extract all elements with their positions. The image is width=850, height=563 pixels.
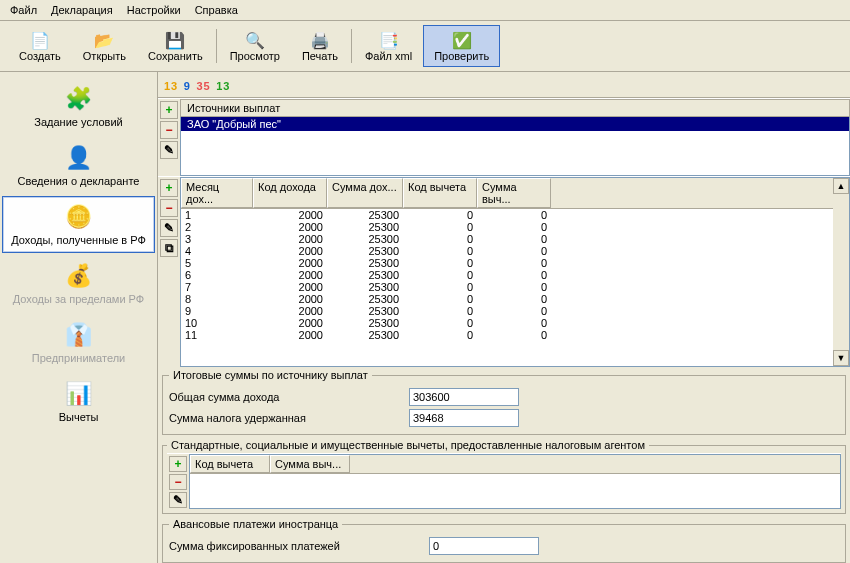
- total-tax-label: Сумма налога удержанная: [169, 412, 409, 424]
- save-button[interactable]: 💾Сохранить: [137, 25, 214, 67]
- table-cell: 2000: [253, 269, 327, 281]
- table-cell: 7: [181, 281, 253, 293]
- sources-buttons: + − ✎: [158, 99, 180, 176]
- table-cell: 25300: [327, 317, 403, 329]
- total-income-label: Общая сумма дохода: [169, 391, 409, 403]
- table-cell: 0: [477, 281, 551, 293]
- add-income-button[interactable]: +: [160, 179, 178, 197]
- sidebar-income-rf[interactable]: 🪙Доходы, полученные в РФ: [2, 196, 155, 253]
- table-row[interactable]: 1120002530000: [181, 329, 849, 341]
- print-button[interactable]: 🖨️Печать: [291, 25, 349, 67]
- table-cell: 0: [477, 209, 551, 221]
- table-cell: 0: [403, 233, 477, 245]
- agent-deductions-legend: Стандартные, социальные и имущественные …: [167, 439, 649, 451]
- add-source-button[interactable]: +: [160, 101, 178, 119]
- edit-deduction-button[interactable]: ✎: [169, 492, 187, 508]
- table-cell: 0: [403, 269, 477, 281]
- scrollbar[interactable]: ▲ ▼: [833, 178, 849, 366]
- edit-source-button[interactable]: ✎: [160, 141, 178, 159]
- person-icon: 👤: [65, 144, 93, 172]
- advance-fieldset: Авансовые платежи иностранца Сумма фикси…: [162, 518, 846, 563]
- table-cell: 2000: [253, 209, 327, 221]
- table-cell: 11: [181, 329, 253, 341]
- advance-input[interactable]: [429, 537, 539, 555]
- remove-deduction-button[interactable]: −: [169, 474, 187, 490]
- folder-open-icon: 📂: [94, 30, 114, 50]
- menu-file[interactable]: Файл: [4, 2, 43, 18]
- create-button[interactable]: 📄Создать: [8, 25, 72, 67]
- sidebar-deductions[interactable]: 📊Вычеты: [2, 373, 155, 430]
- check-icon: ✅: [452, 30, 472, 50]
- income-table[interactable]: Месяц дох... Код дохода Сумма дох... Код…: [180, 177, 850, 367]
- deductions-table[interactable]: Код вычета Сумма выч...: [189, 454, 841, 509]
- toolbar-separator: [351, 29, 352, 63]
- deduction-row-buttons: + − ✎: [167, 454, 189, 509]
- table-cell: 0: [403, 305, 477, 317]
- table-cell: 25300: [327, 221, 403, 233]
- table-cell: 2000: [253, 293, 327, 305]
- remove-income-button[interactable]: −: [160, 199, 178, 217]
- table-cell: 25300: [327, 305, 403, 317]
- open-button[interactable]: 📂Открыть: [72, 25, 137, 67]
- table-cell: 25300: [327, 257, 403, 269]
- remove-source-button[interactable]: −: [160, 121, 178, 139]
- total-tax-input[interactable]: [409, 409, 519, 427]
- table-cell: 2000: [253, 329, 327, 341]
- check-button[interactable]: ✅Проверить: [423, 25, 500, 67]
- table-cell: 2000: [253, 281, 327, 293]
- sources-list[interactable]: ЗАО "Добрый пес": [180, 117, 850, 176]
- table-cell: 1: [181, 209, 253, 221]
- scroll-down-icon[interactable]: ▼: [833, 350, 849, 366]
- edit-income-button[interactable]: ✎: [160, 219, 178, 237]
- table-cell: 2000: [253, 221, 327, 233]
- table-row[interactable]: 520002530000: [181, 257, 849, 269]
- table-cell: 25300: [327, 209, 403, 221]
- menu-declaration[interactable]: Декларация: [45, 2, 119, 18]
- table-cell: 0: [403, 329, 477, 341]
- sidebar-declarant[interactable]: 👤Сведения о декларанте: [2, 137, 155, 194]
- table-cell: 0: [477, 305, 551, 317]
- sidebar-income-abroad[interactable]: 💰Доходы за пределами РФ: [2, 255, 155, 312]
- table-row[interactable]: 320002530000: [181, 233, 849, 245]
- copy-income-button[interactable]: ⧉: [160, 239, 178, 257]
- table-cell: 9: [181, 305, 253, 317]
- table-row[interactable]: 920002530000: [181, 305, 849, 317]
- table-cell: 4: [181, 245, 253, 257]
- table-cell: 6: [181, 269, 253, 281]
- sidebar-entrepreneur[interactable]: 👔Предприниматели: [2, 314, 155, 371]
- table-cell: 5: [181, 257, 253, 269]
- table-cell: 0: [403, 221, 477, 233]
- table-row[interactable]: 220002530000: [181, 221, 849, 233]
- year-code-bar: 13 9 35 13: [158, 72, 850, 98]
- table-cell: 0: [403, 317, 477, 329]
- tree-icon: 🧩: [65, 85, 93, 113]
- totals-fieldset: Итоговые суммы по источнику выплат Общая…: [162, 369, 846, 435]
- menu-settings[interactable]: Настройки: [121, 2, 187, 18]
- preview-button[interactable]: 🔍Просмотр: [219, 25, 291, 67]
- table-cell: 25300: [327, 293, 403, 305]
- xml-button[interactable]: 📑Файл xml: [354, 25, 423, 67]
- table-row[interactable]: 820002530000: [181, 293, 849, 305]
- toolbar-separator: [216, 29, 217, 63]
- table-row[interactable]: 720002530000: [181, 281, 849, 293]
- table-cell: 0: [477, 233, 551, 245]
- source-row[interactable]: ЗАО "Добрый пес": [181, 117, 849, 131]
- table-cell: 2000: [253, 233, 327, 245]
- advance-label: Сумма фиксированных платежей: [169, 540, 429, 552]
- add-deduction-button[interactable]: +: [169, 456, 187, 472]
- table-cell: 0: [477, 245, 551, 257]
- table-row[interactable]: 120002530000: [181, 209, 849, 221]
- table-row[interactable]: 1020002530000: [181, 317, 849, 329]
- total-income-input[interactable]: [409, 388, 519, 406]
- menu-help[interactable]: Справка: [189, 2, 244, 18]
- table-row[interactable]: 420002530000: [181, 245, 849, 257]
- table-cell: 3: [181, 233, 253, 245]
- table-row[interactable]: 620002530000: [181, 269, 849, 281]
- income-table-body[interactable]: 1200025300002200025300003200025300004200…: [181, 209, 849, 366]
- sidebar: 🧩Задание условий 👤Сведения о декларанте …: [0, 72, 158, 563]
- sidebar-conditions[interactable]: 🧩Задание условий: [2, 78, 155, 135]
- table-cell: 0: [403, 281, 477, 293]
- toolbar: 📄Создать 📂Открыть 💾Сохранить 🔍Просмотр 🖨…: [0, 21, 850, 72]
- table-cell: 25300: [327, 269, 403, 281]
- scroll-up-icon[interactable]: ▲: [833, 178, 849, 194]
